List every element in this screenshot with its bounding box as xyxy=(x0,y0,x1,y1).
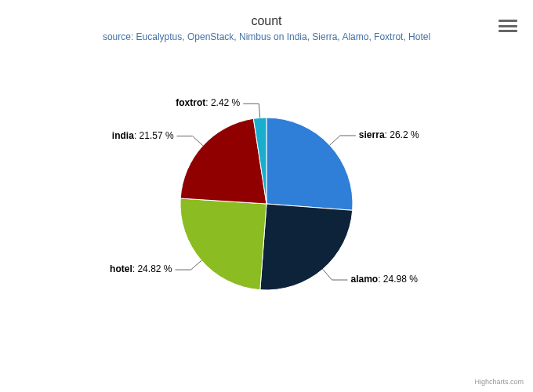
pie-slice-india[interactable] xyxy=(180,118,266,204)
slice-label-alamo: alamo: 24.98 % xyxy=(350,274,417,285)
pie-slice-alamo[interactable] xyxy=(260,204,353,290)
slice-label-india: india: 21.57 % xyxy=(112,130,174,141)
slice-label-hotel: hotel: 24.82 % xyxy=(110,263,172,274)
slice-label-sierra: sierra: 26.2 % xyxy=(359,129,419,140)
pie-slice-hotel[interactable] xyxy=(180,198,266,290)
pie-slice-sierra[interactable] xyxy=(266,118,353,210)
pie-plot xyxy=(0,0,533,392)
credits-link[interactable]: Highcharts.com xyxy=(474,378,524,386)
slice-label-foxtrot: foxtrot: 2.42 % xyxy=(176,97,240,108)
pie-chart-container: count source: Eucalyptus, OpenStack, Nim… xyxy=(0,0,533,392)
